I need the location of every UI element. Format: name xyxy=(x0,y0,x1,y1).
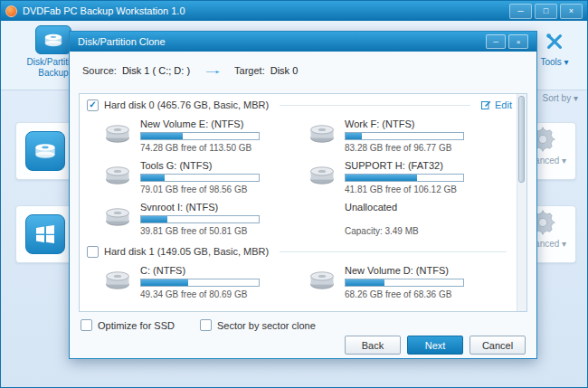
partition-info: C: (NTFS) 49.34 GB free of 80.69 GB xyxy=(140,265,260,299)
app-window: DVDFab PC Backup Workstation 1.0 ─ □ × xyxy=(0,0,588,388)
partition-info: Work F: (NTFS) 83.28 GB free of 96.77 GB xyxy=(345,118,464,153)
partition-item[interactable]: C: (NTFS) 49.34 GB free of 80.69 GB xyxy=(103,262,308,304)
disk1-label: Hard disk 1 (149.05 GB, Basic, MBR) xyxy=(104,246,269,257)
partition-free-space: 39.81 GB free of 50.81 GB xyxy=(140,226,260,236)
partition-item[interactable]: Work F: (NTFS) 83.28 GB free of 96.77 GB xyxy=(308,116,512,157)
caret-down-icon: ▾ xyxy=(562,156,566,166)
tools-label: Tools ▾ xyxy=(535,57,574,67)
disk0-label: Hard disk 0 (465.76 GB, Basic, MBR) xyxy=(104,99,269,110)
back-button[interactable]: Back xyxy=(345,336,401,355)
clone-options: Optimize for SSD Sector by sector clone xyxy=(81,319,316,331)
tools-text: Tools xyxy=(540,57,561,67)
disk-group-header: Hard disk 1 (149.05 GB, Basic, MBR) xyxy=(80,241,526,262)
system-backup-icon xyxy=(25,214,65,254)
partition-grid-disk0: New Volume E: (NTFS) 74.28 GB free of 11… xyxy=(80,116,526,241)
partition-usage-fill xyxy=(346,133,362,139)
dialog-minimize-button[interactable]: ─ xyxy=(486,34,506,49)
divider-line xyxy=(280,251,507,252)
partition-free-space: 79.01 GB free of 98.56 GB xyxy=(140,185,260,194)
close-button[interactable]: × xyxy=(560,4,583,19)
disk-icon xyxy=(103,206,132,232)
partition-free-space: 41.81 GB free of 106.12 GB xyxy=(345,185,464,194)
dialog-title: Disk/Partition Clone xyxy=(78,36,166,47)
caret-down-icon: ▾ xyxy=(574,93,578,103)
sector-by-sector-checkbox[interactable] xyxy=(200,319,212,331)
disk-icon xyxy=(308,165,337,190)
minimize-button[interactable]: ─ xyxy=(509,4,532,19)
partition-free-space: 74.28 GB free of 113.50 GB xyxy=(140,143,260,153)
partition-item[interactable]: Tools G: (NTFS) 79.01 GB free of 98.56 G… xyxy=(103,157,308,199)
partition-free-space: 68.26 GB free of 68.36 GB xyxy=(345,289,464,299)
sort-by-label: Sort by xyxy=(543,93,572,103)
disk-icon xyxy=(103,165,132,190)
scrollbar-thumb[interactable] xyxy=(518,96,525,183)
partition-name: SUPPORT H: (FAT32) xyxy=(345,160,464,171)
partition-usage-fill xyxy=(346,279,384,286)
partition-item[interactable]: New Volume D: (NTFS) 68.26 GB free of 68… xyxy=(308,262,512,304)
option-label: Sector by sector clone xyxy=(217,320,316,331)
next-button[interactable]: Next xyxy=(407,336,463,355)
partition-free-space: 83.28 GB free of 96.77 GB xyxy=(345,143,464,153)
partition-usage-bar xyxy=(140,132,260,140)
partition-item[interactable]: Svnroot I: (NTFS) 39.81 GB free of 50.81… xyxy=(103,199,308,241)
sort-by-dropdown[interactable]: Sort by ▾ xyxy=(543,93,579,103)
dialog-controls: ─ × xyxy=(486,34,528,49)
target-value: Disk 0 xyxy=(270,65,299,76)
disk-partition-clone-dialog: Disk/Partition Clone ─ × Source: Disk 1 … xyxy=(69,31,537,359)
partition-item[interactable]: SUPPORT H: (FAT32) 41.81 GB free of 106.… xyxy=(308,157,512,199)
target-label: Target: xyxy=(234,65,265,76)
partition-info: Svnroot I: (NTFS) 39.81 GB free of 50.81… xyxy=(140,202,260,236)
partition-usage-fill xyxy=(141,133,183,139)
tools-button[interactable]: Tools ▾ xyxy=(535,32,574,67)
partition-info: New Volume E: (NTFS) 74.28 GB free of 11… xyxy=(140,118,260,153)
edit-label: Edit xyxy=(495,99,512,110)
sector-by-sector-option[interactable]: Sector by sector clone xyxy=(200,319,316,331)
partition-name: New Volume D: (NTFS) xyxy=(345,265,464,276)
disk1-checkbox[interactable] xyxy=(87,246,99,258)
caret-down-icon: ▾ xyxy=(564,57,569,67)
caret-down-icon: ▾ xyxy=(562,239,566,249)
disk-icon xyxy=(308,270,337,295)
disk0-checkbox[interactable]: ✓ xyxy=(87,99,99,111)
edit-icon xyxy=(481,99,491,111)
partition-usage-bar xyxy=(345,174,464,182)
disk-clone-icon xyxy=(25,131,65,171)
partition-name: Unallocated xyxy=(345,202,464,213)
partition-info: Unallocated Capacity: 3.49 MB xyxy=(345,202,464,236)
app-title: DVDFab PC Backup Workstation 1.0 xyxy=(23,5,185,16)
dialog-buttons: Back Next Cancel xyxy=(345,336,526,355)
partition-name: Work F: (NTFS) xyxy=(345,118,464,129)
optimize-ssd-option[interactable]: Optimize for SSD xyxy=(81,319,175,331)
partition-usage-fill xyxy=(141,279,188,286)
partition-name: C: (NTFS) xyxy=(140,265,260,276)
partition-item[interactable]: Unallocated Capacity: 3.49 MB xyxy=(308,199,512,241)
partition-usage-bar xyxy=(345,132,464,140)
dialog-body: Source: Disk 1 ( C:; D: ) → Target: Disk… xyxy=(70,52,536,358)
app-titlebar[interactable]: DVDFab PC Backup Workstation 1.0 ─ □ × xyxy=(1,1,587,21)
disk-icon xyxy=(308,123,337,148)
maximize-button[interactable]: □ xyxy=(535,4,557,19)
cancel-button[interactable]: Cancel xyxy=(469,336,526,355)
partition-name: Svnroot I: (NTFS) xyxy=(140,202,260,213)
partition-usage-bar xyxy=(140,215,260,223)
partition-info: New Volume D: (NTFS) 68.26 GB free of 68… xyxy=(345,265,464,299)
partition-usage-bar xyxy=(140,174,260,182)
source-target-row: Source: Disk 1 ( C:; D: ) → Target: Disk… xyxy=(82,63,298,77)
divider-line xyxy=(280,105,470,106)
option-label: Optimize for SSD xyxy=(98,320,175,331)
source-label: Source: xyxy=(82,65,117,76)
disk-group-header: ✓ Hard disk 0 (465.76 GB, Basic, MBR) xyxy=(80,94,526,116)
disk-icon xyxy=(103,123,132,148)
disk-backup-icon xyxy=(35,25,71,54)
source-value: Disk 1 ( C:; D: ) xyxy=(122,65,190,76)
optimize-ssd-checkbox[interactable] xyxy=(81,319,92,331)
dialog-titlebar[interactable]: Disk/Partition Clone ─ × xyxy=(70,32,536,52)
disk-icon xyxy=(103,270,132,295)
edit-link[interactable]: Edit xyxy=(481,99,512,111)
partition-item[interactable]: New Volume E: (NTFS) 74.28 GB free of 11… xyxy=(103,116,308,157)
partition-free-space: Capacity: 3.49 MB xyxy=(345,226,464,236)
dialog-close-button[interactable]: × xyxy=(508,34,528,49)
arrow-right-icon: → xyxy=(201,63,223,77)
scrollbar[interactable] xyxy=(517,94,526,311)
partition-usage-bar xyxy=(140,279,260,287)
